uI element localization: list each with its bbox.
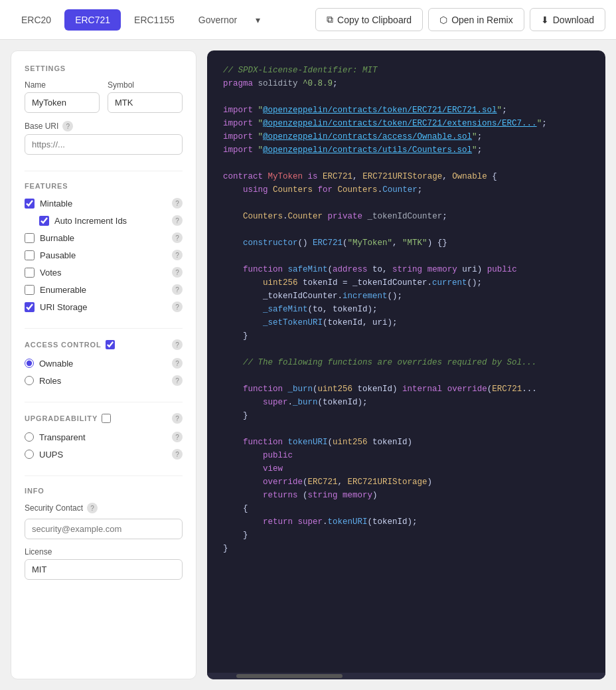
license-group: License bbox=[25, 547, 183, 580]
access-roles: Roles ? bbox=[25, 375, 183, 386]
info-section: INFO Security Contact ? License bbox=[25, 487, 183, 580]
left-panel: SETTINGS Name Symbol Base URI ? bbox=[11, 50, 196, 679]
feature-pausable: Pausable ? bbox=[25, 250, 183, 260]
divider-3 bbox=[25, 402, 183, 402]
feature-auto-increment: Auto Increment Ids ? bbox=[39, 215, 183, 226]
mintable-help-icon[interactable]: ? bbox=[172, 198, 183, 209]
roles-label: Roles bbox=[39, 376, 61, 386]
nav-actions: ⧉ Copy to Clipboard ⬡ Open in Remix ⬇ Do… bbox=[315, 8, 605, 31]
auto-increment-checkbox[interactable] bbox=[39, 216, 49, 226]
feature-mintable: Mintable ? bbox=[25, 198, 183, 209]
features-section: FEATURES Mintable ? Auto Increment Ids ? bbox=[25, 182, 183, 312]
upgradeability-checkbox[interactable] bbox=[102, 414, 111, 423]
symbol-input[interactable] bbox=[108, 92, 183, 113]
copy-icon: ⧉ bbox=[327, 14, 333, 25]
ownable-label: Ownable bbox=[39, 359, 73, 369]
burnable-checkbox[interactable] bbox=[25, 233, 35, 243]
access-control-help-icon[interactable]: ? bbox=[172, 339, 183, 350]
info-label: INFO bbox=[25, 487, 183, 495]
upgradeability-label: UPGRADEABILITY bbox=[25, 414, 98, 422]
ownable-help-icon[interactable]: ? bbox=[172, 358, 183, 369]
security-contact-input[interactable] bbox=[25, 519, 183, 539]
mintable-label: Mintable bbox=[40, 199, 72, 209]
burnable-label: Burnable bbox=[40, 233, 74, 243]
mintable-checkbox[interactable] bbox=[25, 199, 35, 209]
roles-help-icon[interactable]: ? bbox=[172, 375, 183, 386]
divider-1 bbox=[25, 171, 183, 171]
upgrade-transparent: Transparent ? bbox=[25, 432, 183, 442]
feature-votes: Votes ? bbox=[25, 267, 183, 278]
divider-4 bbox=[25, 475, 183, 476]
votes-help-icon[interactable]: ? bbox=[172, 267, 183, 278]
votes-checkbox[interactable] bbox=[25, 268, 35, 278]
access-control-section: ACCESS CONTROL ? Ownable ? bbox=[25, 339, 183, 386]
security-contact-label: Security Contact bbox=[25, 503, 83, 513]
pausable-label: Pausable bbox=[40, 250, 76, 260]
main-content: SETTINGS Name Symbol Base URI ? bbox=[0, 40, 616, 690]
copy-to-clipboard-button[interactable]: ⧉ Copy to Clipboard bbox=[315, 8, 423, 31]
security-contact-help-icon[interactable]: ? bbox=[87, 503, 98, 513]
tab-erc721[interactable]: ERC721 bbox=[64, 9, 121, 31]
base-uri-label: Base URI bbox=[25, 122, 58, 131]
name-symbol-row: Name Symbol bbox=[25, 80, 183, 113]
base-uri-help-icon[interactable]: ? bbox=[62, 121, 73, 131]
pausable-help-icon[interactable]: ? bbox=[172, 250, 183, 260]
uri-storage-checkbox[interactable] bbox=[25, 302, 35, 312]
upgrade-uups: UUPS ? bbox=[25, 449, 183, 460]
uups-help-icon[interactable]: ? bbox=[172, 449, 183, 460]
open-in-remix-button[interactable]: ⬡ Open in Remix bbox=[428, 8, 524, 31]
burnable-help-icon[interactable]: ? bbox=[172, 232, 183, 243]
tab-governor[interactable]: Governor bbox=[188, 9, 248, 31]
access-control-checkbox[interactable] bbox=[106, 340, 115, 349]
feature-burnable: Burnable ? bbox=[25, 232, 183, 243]
roles-radio[interactable] bbox=[25, 376, 34, 385]
access-control-label: ACCESS CONTROL bbox=[25, 341, 102, 349]
top-nav: ERC20 ERC721 ERC1155 Governor ▾ ⧉ Copy t… bbox=[0, 0, 616, 40]
base-uri-group: Base URI ? bbox=[25, 121, 183, 155]
tab-erc20[interactable]: ERC20 bbox=[11, 9, 62, 31]
transparent-label: Transparent bbox=[39, 432, 86, 442]
tab-erc1155[interactable]: ERC1155 bbox=[123, 9, 185, 31]
enumerable-help-icon[interactable]: ? bbox=[172, 284, 183, 295]
name-input[interactable] bbox=[25, 92, 100, 113]
license-label: License bbox=[25, 547, 183, 557]
ownable-radio[interactable] bbox=[25, 359, 34, 368]
transparent-radio[interactable] bbox=[25, 432, 34, 442]
code-editor: // SPDX-License-Identifier: MIT pragma s… bbox=[207, 50, 605, 679]
pausable-checkbox[interactable] bbox=[25, 250, 35, 260]
feature-uri-storage: URI Storage ? bbox=[25, 302, 183, 312]
settings-label: SETTINGS bbox=[25, 64, 183, 72]
auto-increment-help-icon[interactable]: ? bbox=[172, 215, 183, 226]
license-input[interactable] bbox=[25, 559, 183, 580]
remix-label: Open in Remix bbox=[451, 15, 513, 25]
security-contact-group: Security Contact ? bbox=[25, 503, 183, 539]
transparent-help-icon[interactable]: ? bbox=[172, 432, 183, 442]
base-uri-input[interactable] bbox=[25, 134, 183, 155]
feature-enumerable: Enumerable ? bbox=[25, 284, 183, 295]
app-container: ERC20 ERC721 ERC1155 Governor ▾ ⧉ Copy t… bbox=[0, 0, 616, 690]
name-group: Name bbox=[25, 80, 100, 113]
horizontal-scrollbar[interactable] bbox=[207, 673, 605, 679]
name-label: Name bbox=[25, 80, 100, 90]
scrollbar-thumb[interactable] bbox=[236, 674, 343, 678]
uri-storage-label: URI Storage bbox=[40, 302, 88, 312]
enumerable-checkbox[interactable] bbox=[25, 285, 35, 295]
features-label: FEATURES bbox=[25, 182, 183, 190]
upgradeability-help-icon[interactable]: ? bbox=[172, 413, 183, 424]
upgradeability-section: UPGRADEABILITY ? Transparent ? bbox=[25, 413, 183, 460]
uups-radio[interactable] bbox=[25, 450, 34, 459]
more-button[interactable]: ▾ bbox=[250, 9, 266, 31]
download-button[interactable]: ⬇ Download bbox=[530, 8, 605, 31]
votes-label: Votes bbox=[40, 268, 62, 278]
code-content[interactable]: // SPDX-License-Identifier: MIT pragma s… bbox=[207, 50, 605, 679]
auto-increment-label: Auto Increment Ids bbox=[54, 216, 127, 226]
enumerable-label: Enumerable bbox=[40, 285, 86, 295]
download-label: Download bbox=[553, 15, 594, 25]
copy-label: Copy to Clipboard bbox=[337, 15, 412, 25]
symbol-label: Symbol bbox=[108, 80, 183, 90]
download-icon: ⬇ bbox=[541, 15, 549, 25]
remix-icon: ⬡ bbox=[439, 15, 447, 25]
access-ownable: Ownable ? bbox=[25, 358, 183, 369]
uups-label: UUPS bbox=[39, 450, 63, 460]
uri-storage-help-icon[interactable]: ? bbox=[172, 302, 183, 312]
